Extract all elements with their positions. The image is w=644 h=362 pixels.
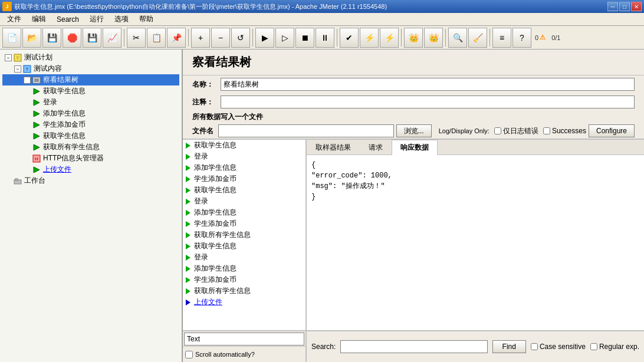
tree-node-get-student[interactable]: 获取学生信息	[2, 85, 179, 97]
scroll-checkbox[interactable]	[185, 351, 193, 358]
errors-only-input[interactable]	[494, 127, 501, 134]
regexp-input[interactable]	[590, 343, 597, 350]
menu-item-运行[interactable]: 运行	[85, 13, 109, 25]
menu-item-Search[interactable]: Search	[52, 14, 84, 25]
result-item-7[interactable]: 学生添加金币	[183, 218, 305, 229]
result-item-8[interactable]: 获取所有学生信息	[183, 229, 305, 241]
tab-0[interactable]: 取样器结果	[307, 140, 360, 154]
tree-node-upload[interactable]: 上传文件	[2, 164, 179, 175]
toolbar-button-17[interactable]: ⚡	[360, 28, 379, 48]
toolbar-button-15[interactable]: ⏸	[316, 28, 334, 48]
menu-item-编辑[interactable]: 编辑	[27, 13, 51, 25]
result-label-12: 学生添加金币	[194, 275, 236, 285]
tree-node-plan[interactable]: −T测试计划	[2, 52, 179, 63]
toolbar-button-10[interactable]: −	[211, 28, 230, 48]
toolbar-separator	[337, 29, 337, 47]
result-item-9[interactable]: 获取学生信息	[183, 241, 305, 252]
toolbar-button-12[interactable]: ▶	[255, 28, 274, 48]
expand-icon[interactable]: +	[24, 77, 31, 84]
tree-node-http-header[interactable]: HHTTP信息头管理器	[2, 153, 179, 164]
maximize-button[interactable]: □	[619, 2, 630, 11]
toolbar-button-11[interactable]: ↺	[231, 28, 250, 48]
result-item-5[interactable]: 登录	[183, 196, 305, 207]
menu-item-文件[interactable]: 文件	[2, 13, 26, 25]
result-item-6[interactable]: 添加学生信息	[183, 207, 305, 218]
toolbar-button-1[interactable]: 📂	[22, 28, 41, 48]
toolbar-button-20[interactable]: 👑	[424, 28, 443, 48]
result-item-0[interactable]: 获取学生信息	[183, 140, 305, 151]
result-label-6: 添加学生信息	[194, 208, 236, 218]
toolbar-button-16[interactable]: ✔	[340, 28, 359, 48]
tree-node-login[interactable]: 登录	[2, 97, 179, 108]
toolbar-button-8[interactable]: 📌	[167, 28, 186, 48]
toolbar-button-23[interactable]: ≡	[492, 28, 511, 48]
tree-node-content[interactable]: −T测试内容	[2, 63, 179, 74]
case-sensitive-input[interactable]	[531, 343, 538, 350]
tab-2[interactable]: 响应数据	[392, 140, 438, 155]
expand-icon[interactable]: −	[5, 54, 12, 61]
tree-node-add-coins[interactable]: 学生添加金币	[2, 119, 179, 130]
result-item-11[interactable]: 添加学生信息	[183, 263, 305, 274]
svg-marker-19	[186, 143, 190, 149]
toolbar-separator	[252, 29, 253, 47]
toolbar-button-6[interactable]: ✂	[127, 28, 146, 48]
toolbar-button-13[interactable]: ▷	[275, 28, 294, 48]
result-item-1[interactable]: 登录	[183, 151, 305, 162]
browse-button[interactable]: 浏览...	[396, 124, 432, 137]
errors-only-checkbox[interactable]: 仅日志错误	[494, 126, 538, 136]
result-item-10[interactable]: 登录	[183, 252, 305, 263]
comment-label: 注释：	[192, 97, 216, 107]
toolbar-button-5[interactable]: 📈	[103, 28, 121, 48]
result-item-13[interactable]: 获取所有学生信息	[183, 285, 305, 297]
result-item-12[interactable]: 学生添加金币	[183, 274, 305, 285]
toolbar-button-3[interactable]: 🛑	[63, 28, 81, 48]
name-input[interactable]	[221, 78, 635, 91]
menu-item-选项[interactable]: 选项	[110, 13, 133, 25]
node-label-get-student2: 获取学生信息	[43, 131, 86, 141]
toolbar-button-2[interactable]: 💾	[42, 28, 61, 48]
window-controls: ─ □ ✕	[607, 2, 642, 11]
code-line: "error_code": 1000,	[311, 170, 639, 181]
regexp-checkbox[interactable]: Regular exp.	[590, 343, 639, 351]
toolbar-button-24[interactable]: ?	[512, 28, 531, 48]
case-sensitive-checkbox[interactable]: Case sensitive	[531, 343, 586, 351]
result-item-2[interactable]: 添加学生信息	[183, 162, 305, 173]
tree-node-get-student2[interactable]: 获取学生信息	[2, 130, 179, 141]
result-item-14[interactable]: 上传文件	[183, 297, 305, 308]
node-icon-get-student	[32, 87, 41, 96]
successes-input[interactable]	[543, 127, 550, 134]
search-input[interactable]	[340, 340, 487, 353]
tree-node-workbench[interactable]: 工作台	[2, 175, 179, 186]
menu-bar: 文件编辑Search运行选项帮助	[0, 13, 644, 26]
toolbar-button-21[interactable]: 🔍	[448, 28, 467, 48]
search-label: Search:	[311, 343, 336, 351]
find-button[interactable]: Find	[492, 340, 526, 353]
text-dropdown[interactable]: TextHTMLXMLJSON	[184, 333, 304, 345]
menu-item-帮助[interactable]: 帮助	[134, 13, 158, 25]
result-item-3[interactable]: 学生添加金币	[183, 173, 305, 185]
tree-node-results[interactable]: +察看结果树	[2, 74, 179, 85]
comment-input[interactable]	[221, 96, 635, 108]
toolbar-button-9[interactable]: +	[191, 28, 210, 48]
toolbar-button-4[interactable]: 💾	[83, 28, 101, 48]
result-label-9: 获取学生信息	[194, 241, 236, 251]
scroll-label[interactable]: Scroll automatically?	[185, 351, 255, 358]
result-item-4[interactable]: 获取学生信息	[183, 185, 305, 196]
toolbar-button-14[interactable]: ⏹	[295, 28, 314, 48]
tree-node-add-student[interactable]: 添加学生信息	[2, 108, 179, 119]
close-button[interactable]: ✕	[631, 2, 642, 11]
toolbar-button-0[interactable]: 📄	[2, 28, 21, 48]
configure-button[interactable]: Configure	[589, 124, 635, 137]
title-bar-left: J 获取学生信息.jmx (E:\besttest\python\python自…	[2, 2, 387, 11]
expand-icon[interactable]: −	[14, 65, 21, 73]
toolbar-button-18[interactable]: ⚡	[380, 28, 399, 48]
toolbar-button-7[interactable]: 📋	[147, 28, 166, 48]
file-name-input[interactable]	[218, 124, 394, 137]
tab-1[interactable]: 请求	[360, 140, 392, 154]
toolbar-button-19[interactable]: 👑	[404, 28, 423, 48]
toolbar-button-22[interactable]: 🧹	[468, 28, 487, 48]
successes-checkbox[interactable]: Successes	[543, 127, 586, 135]
tree-node-get-all[interactable]: 获取所有学生信息	[2, 141, 179, 153]
minimize-button[interactable]: ─	[607, 2, 618, 11]
file-input-row: 文件名 浏览... Log/Display Only: 仅日志错误 Succes…	[183, 123, 644, 139]
